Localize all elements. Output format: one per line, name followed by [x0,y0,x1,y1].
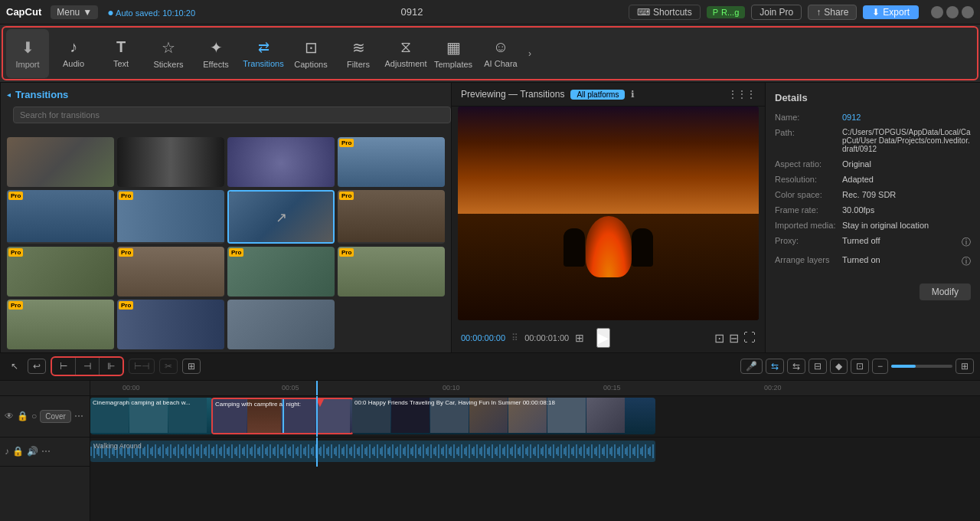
transitions-header: ◂ Transitions [1,83,451,106]
transition-blur[interactable]: Blur [227,300,335,349]
ruler-mark-0: 00:00 [122,384,140,392]
transition-black-fade[interactable]: Black Fade [117,137,224,187]
track-more-icon[interactable]: ⋯ [74,411,83,421]
toolbar-adjustment[interactable]: ⧖ Adjustment [383,29,429,78]
transition-rotate-cw2[interactable]: Pro Rotate CW II [338,190,445,243]
effects-label: Effects [203,60,228,69]
detail-imported-row: Imported media: Stay in original locatio… [775,221,971,230]
cut-button[interactable]: ✂ [159,359,178,374]
transition-pull-out[interactable]: ↗ Pull Out [227,190,335,243]
undo-button[interactable]: ↩ [28,359,46,374]
transitions-panel-title: Transitions [15,89,68,100]
detail-resolution-row: Resolution: Adapted [775,175,971,184]
clip1-label: Cinemagraph camping at beach w... [93,399,211,406]
transition-comparison[interactable]: Pro Comparison [117,190,224,243]
search-input[interactable] [13,106,451,123]
minus-icon[interactable]: − [872,359,888,374]
preview-controls: 00:00:00:00 ⠿ 00:00:01:00 ⊞ ▶ ⊡ ⊟ ⛶ [452,323,765,352]
split-action-button[interactable]: ⊢⊣ [129,359,155,374]
split-right-button[interactable]: ⊩ [100,358,122,375]
text-icon: T [116,38,126,56]
crop-button[interactable]: ⊡ [714,331,724,346]
transition-x-shake[interactable]: Pro X-Shake [7,247,114,297]
toolbar-import[interactable]: ⬇ Import [6,29,49,78]
toolbar-stickers[interactable]: ☆ Stickers [145,29,191,78]
transition-drop-down[interactable]: Pro Drop Down [7,190,114,243]
share-button[interactable]: ↑ Share [808,5,857,20]
split-left-button[interactable]: ⊢ [52,358,76,375]
captions-label: Captions [294,60,327,69]
zoom-slider[interactable] [891,365,952,368]
modify-button[interactable]: Modify [920,283,971,300]
import-icon: ⬇ [21,38,34,57]
toolbar-text[interactable]: T Text [98,29,144,78]
clip-camping[interactable]: Camping with campfire at night: [211,398,354,434]
ruler-mark-4: 00:20 [764,384,782,392]
detail-name-value: 0912 [842,113,861,122]
track-eye-icon[interactable]: 👁 [5,411,14,421]
toolbar-filters[interactable]: ≋ Filters [335,29,381,78]
transition-left[interactable]: Pro Left [117,300,224,349]
detail-imported-label: Imported media: [775,221,836,230]
toolbar-effects[interactable]: ✦ Effects [193,29,239,78]
transition-paper-ball2[interactable]: Pro Paper Ball [7,300,114,349]
resize-button[interactable]: ⊡ [851,359,869,374]
shortcuts-label: Shortcuts [653,7,692,18]
play-button[interactable]: ▶ [596,328,610,348]
details-panel: Details Name: 0912 Path: C:/Users/TOPGUS… [766,83,980,352]
time-separator: ⠿ [511,333,518,343]
export-button[interactable]: ⬇ Export [863,5,919,19]
join-pro-button[interactable]: Join Pro [751,5,802,20]
toolbar-ai-chara[interactable]: ☺ AI Chara [478,29,524,78]
split-center-button[interactable]: ⊣ [76,358,100,375]
toolbar-captions[interactable]: ⊡ Captions [288,29,334,78]
keyframe-button[interactable]: ◆ [830,359,848,374]
track-lock-icon[interactable]: 🔒 [17,411,28,421]
track-visible-icon[interactable]: ○ [31,411,37,421]
transition-paper-ball1[interactable]: Pro Paper Ball [338,247,445,297]
preview-menu-icon[interactable]: ⋮⋮⋮ [728,89,756,100]
menu-button[interactable]: Menu ▼ [51,5,98,19]
grid-icon[interactable]: ⊞ [575,332,584,344]
platform-badge[interactable]: All platforms [570,90,625,100]
clip-happy-friends[interactable]: 00:0 Happy Friends Traveling By Car, Hav… [352,398,655,434]
import-label: Import [15,60,39,69]
close-button[interactable] [962,6,974,18]
transition-layers[interactable]: Layers [227,137,335,187]
maximize-button[interactable] [946,6,959,18]
detail-colorspace-row: Color space: Rec. 709 SDR [775,190,971,199]
split2-button[interactable]: ⊟ [808,359,827,374]
insert-button[interactable]: ⊞ [182,359,201,374]
clip-cinemagraph[interactable]: Cinemagraph camping at beach w... [90,398,213,434]
mic-button[interactable]: 🎤 [740,359,763,374]
arrange-info-icon: ⓘ [962,255,971,268]
transition-tremble-zoom[interactable]: Pro Tremble Zoom [117,247,224,297]
audio-clip-walking[interactable]: Walking Around [90,441,655,462]
preview-actions: ⊡ ⊟ ⛶ [714,331,756,346]
transitions-icon: ⇄ [258,39,270,56]
transition-snap-zoom[interactable]: Pro Snap Zoom [338,137,445,187]
audio-volume-icon[interactable]: 🔊 [27,446,38,457]
preview-title: Previewing — Transitions [461,89,564,100]
aspect-ratio-button[interactable]: ⊟ [729,331,739,346]
transition-mix[interactable]: Mix [7,137,114,187]
snap-button[interactable]: ⇆ [766,359,784,374]
toolbar-templates[interactable]: ▦ Templates [430,29,476,78]
fullscreen-button[interactable]: ⛶ [743,331,756,346]
transition-zoom-shake[interactable]: Pro Zoom Shake [227,247,335,297]
toolbar-more[interactable]: › [525,45,534,62]
magnet-button[interactable]: ⇆ [787,359,805,374]
cursor-tool[interactable]: ↖ [6,359,23,373]
playhead-video [316,396,318,437]
zoom-fit-button[interactable]: ⊞ [956,359,974,374]
info-icon: ℹ [631,89,635,100]
current-time: 00:00:00:00 [461,333,505,342]
shortcuts-button[interactable]: ⌨ Shortcuts [629,5,701,20]
audio-lock-icon[interactable]: 🔒 [12,446,24,457]
audio-more-icon[interactable]: ⋯ [41,446,51,457]
detail-aspect-row: Aspect ratio: Original [775,159,971,169]
cover-button[interactable]: Cover [40,410,71,423]
minimize-button[interactable] [931,6,943,18]
toolbar-transitions[interactable]: ⇄ Transitions [240,29,286,78]
toolbar-audio[interactable]: ♪ Audio [51,29,96,78]
